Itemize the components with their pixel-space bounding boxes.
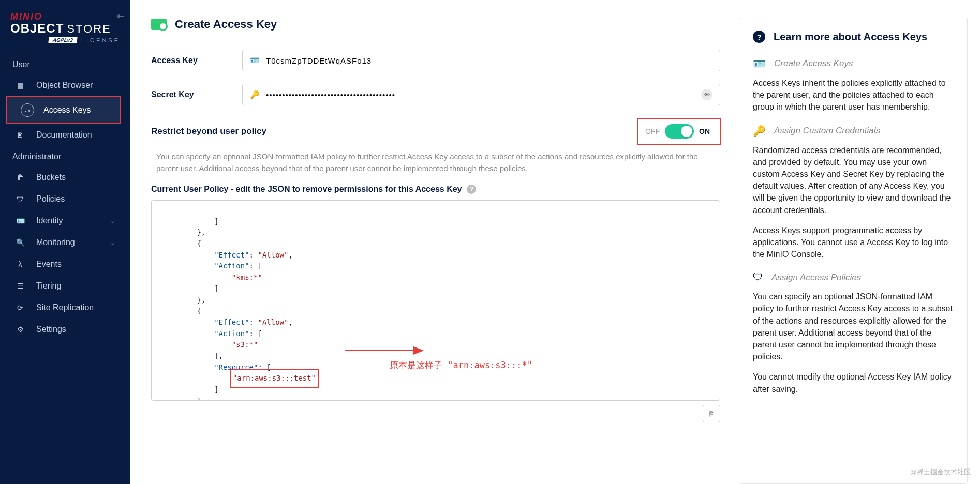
access-key-row: Access Key 🪪 — [151, 50, 720, 71]
secret-key-input-group: 🔑 👁 — [242, 84, 720, 105]
restrict-toggle-row: Restrict beyond user policy OFF ON — [151, 118, 720, 145]
nav-label: Policies — [36, 194, 65, 204]
help-title-text: Learn more about Access Keys — [774, 31, 927, 43]
logo-license: LICENSE — [81, 37, 120, 43]
app-root: ⇤ MINIO OBJECT STORE AGPLv3 LICENSE User… — [0, 0, 980, 484]
content-panel: Create Access Key Access Key 🪪 Secret Ke… — [145, 18, 739, 484]
toggle-on-label: ON — [699, 127, 710, 135]
help-section-title: Assign Access Policies — [771, 273, 861, 283]
shield-icon: 🛡 — [753, 271, 763, 283]
sidebar-item-access-keys[interactable]: 🗝 Access Keys — [7, 97, 120, 123]
nav-label: Identity — [36, 216, 63, 225]
restrict-toggle-label: Restrict beyond user policy — [151, 126, 637, 137]
id-card-icon: 🪪 — [753, 57, 766, 70]
nav-label: Settings — [36, 325, 66, 334]
lambda-icon: λ — [16, 260, 25, 269]
bucket-icon: 🗑 — [16, 173, 25, 182]
id-card-icon: 🪪 — [250, 56, 260, 65]
nav-label: Monitoring — [36, 238, 75, 247]
chevron-down-icon: ⌄ — [110, 239, 115, 246]
nav-label: Access Keys — [43, 105, 91, 115]
nav-label: Site Replication — [36, 303, 94, 312]
sidebar-item-site-replication[interactable]: ⟳ Site Replication — [0, 297, 130, 319]
secret-key-input[interactable] — [266, 90, 695, 99]
policy-editor[interactable]: ] }, { "Effect": "Allow", "Action": [ "k… — [151, 200, 720, 401]
secret-key-label: Secret Key — [151, 90, 242, 99]
magnify-icon: 🔍 — [16, 238, 25, 247]
logo-agpl-badge: AGPLv3 — [48, 37, 78, 43]
help-section-policies: 🛡 Assign Access Policies — [753, 271, 954, 283]
help-section-title: Create Access Keys — [774, 58, 853, 69]
help-panel: ? Learn more about Access Keys 🪪 Create … — [739, 18, 968, 484]
question-icon: ? — [753, 31, 765, 43]
layers-icon: ☰ — [16, 281, 25, 291]
restrict-toggle[interactable] — [665, 124, 694, 139]
secret-key-row: Secret Key 🔑 👁 — [151, 84, 720, 105]
nav-label: Documentation — [36, 130, 92, 140]
reveal-secret-button[interactable]: 👁 — [701, 89, 712, 100]
sidebar-item-settings[interactable]: ⚙ Settings — [0, 319, 130, 340]
sidebar-item-documentation[interactable]: 🗎 Documentation — [0, 124, 130, 146]
help-section-create: 🪪 Create Access Keys — [753, 57, 954, 70]
highlight-access-keys: 🗝 Access Keys — [6, 96, 121, 124]
logo-store: STORE — [67, 22, 111, 36]
access-key-input[interactable] — [266, 56, 712, 65]
sidebar-item-tiering[interactable]: ☰ Tiering — [0, 275, 130, 297]
sidebar: ⇤ MINIO OBJECT STORE AGPLv3 LICENSE User… — [0, 0, 130, 484]
annotation-line2: 改完后密钥只对 test 文件有效 — [390, 399, 532, 401]
help-title: ? Learn more about Access Keys — [753, 31, 954, 43]
policy-title: Current User Policy - edit the JSON to r… — [151, 185, 720, 194]
page-title-row: Create Access Key — [151, 18, 720, 31]
annotation-arrow — [302, 334, 428, 370]
section-user: User — [0, 54, 130, 74]
help-text: Randomized access credentials are recomm… — [753, 144, 954, 216]
collapse-sidebar-button[interactable]: ⇤ — [116, 10, 124, 22]
sidebar-item-buckets[interactable]: 🗑 Buckets — [0, 167, 130, 188]
key-icon: 🗝 — [21, 103, 34, 117]
replication-icon: ⟳ — [16, 303, 25, 312]
logo-object: OBJECT — [10, 21, 64, 36]
help-text: You can specify an optional JSON-formatt… — [753, 291, 954, 362]
help-section-credentials: 🔑 Assign Custom Credentials — [753, 125, 954, 137]
help-text: Access Keys support programmatic access … — [753, 224, 954, 261]
logo: MINIO OBJECT STORE AGPLv3 LICENSE — [0, 8, 130, 54]
access-key-title-icon — [151, 19, 167, 30]
help-text: Access Keys inherit the policies explici… — [753, 77, 954, 113]
toggle-off-label: OFF — [645, 127, 660, 135]
sidebar-item-identity[interactable]: 🪪 Identity ⌄ — [0, 210, 130, 232]
main: Create Access Key Access Key 🪪 Secret Ke… — [130, 0, 980, 484]
key-icon: 🔑 — [250, 90, 260, 99]
nav-label: Events — [36, 260, 62, 269]
shield-icon: 🛡 — [16, 194, 25, 204]
sidebar-item-monitoring[interactable]: 🔍 Monitoring ⌄ — [0, 232, 130, 253]
help-icon[interactable]: ? — [467, 185, 476, 194]
sidebar-item-object-browser[interactable]: ▦ Object Browser — [0, 74, 130, 96]
help-section-title: Assign Custom Credentials — [774, 126, 880, 136]
chevron-down-icon: ⌄ — [110, 218, 115, 224]
section-admin: Administrator — [0, 146, 130, 167]
help-text: You cannot modify the optional Access Ke… — [753, 371, 954, 395]
copy-policy-button[interactable]: ⎘ — [703, 405, 720, 422]
gear-icon: ⚙ — [16, 325, 25, 334]
page-title: Create Access Key — [175, 18, 277, 31]
policy-resource-value: arn:aws:s3:::test — [237, 374, 311, 382]
logo-brand: MINIO — [10, 11, 120, 22]
identity-icon: 🪪 — [16, 216, 25, 225]
nav-label: Tiering — [36, 281, 61, 291]
toggle-controls: OFF ON — [639, 121, 716, 142]
access-key-input-group: 🪪 — [242, 50, 720, 71]
key-icon: 🔑 — [753, 125, 766, 137]
restrict-description: You can specify an optional JSON-formatt… — [156, 151, 720, 174]
nav-label: Object Browser — [36, 81, 93, 90]
nav-label: Buckets — [36, 173, 66, 182]
sidebar-item-events[interactable]: λ Events — [0, 253, 130, 275]
doc-icon: 🗎 — [16, 130, 25, 140]
watermark: @稀土掘金技术社区 — [910, 467, 971, 477]
policy-title-text: Current User Policy - edit the JSON to r… — [151, 185, 462, 194]
access-key-label: Access Key — [151, 56, 242, 65]
highlight-toggle: OFF ON — [637, 118, 721, 145]
browser-icon: ▦ — [16, 81, 25, 90]
sidebar-item-policies[interactable]: 🛡 Policies — [0, 188, 130, 210]
